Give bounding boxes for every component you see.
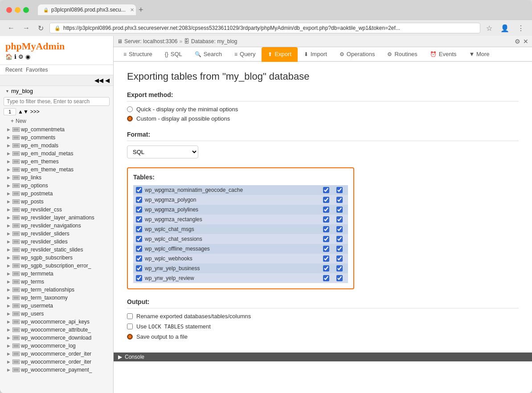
- tab-export[interactable]: ⬆ Export: [262, 47, 298, 62]
- sidebar-table-item[interactable]: ▶ wp_postmeta: [0, 190, 113, 198]
- table-option-cb1[interactable]: [323, 197, 329, 203]
- sidebar-table-item[interactable]: ▶ wp_revslider_sliders: [0, 230, 113, 238]
- tab-routines[interactable]: ⚙ Routines: [381, 47, 423, 62]
- sidebar-table-item[interactable]: ▶ wp_em_theme_metas: [0, 166, 113, 174]
- save-output-radio[interactable]: [127, 334, 133, 340]
- sidebar-table-item[interactable]: ▶ wp_woocommerce_log: [0, 342, 113, 350]
- table-option-cb2[interactable]: [336, 255, 343, 262]
- quick-option[interactable]: Quick - display only the minimal options: [127, 106, 519, 113]
- browser-tab-active[interactable]: 🔒 p3plcpnl0896.prod.phx3.secu... ✕: [38, 4, 136, 15]
- sidebar-table-item[interactable]: ▶ wp_links: [0, 174, 113, 182]
- collapse-icon[interactable]: ✕: [523, 38, 528, 45]
- lock-tables-checkbox[interactable]: [127, 324, 133, 329]
- sidebar-table-item[interactable]: ▶ wp_revslider_css: [0, 206, 113, 214]
- new-table-item[interactable]: + New: [0, 117, 113, 126]
- table-option-cb2[interactable]: [336, 216, 343, 223]
- table-option-cb2[interactable]: [336, 236, 343, 242]
- sidebar-table-item[interactable]: ▶ wp_commentmeta: [0, 126, 113, 134]
- recent-link[interactable]: Recent: [5, 67, 22, 73]
- sidebar-table-item[interactable]: ▶ wp_terms: [0, 278, 113, 286]
- tab-structure[interactable]: ≡ Structure: [117, 47, 159, 62]
- console-bar[interactable]: ▶ Console: [114, 352, 532, 361]
- close-button[interactable]: [6, 7, 12, 13]
- sidebar-table-item[interactable]: ▶ wp_woocommerce_order_iter: [0, 350, 113, 358]
- tab-search[interactable]: 🔍 Search: [188, 47, 228, 62]
- sidebar-table-item[interactable]: ▶ wp_revslider_navigations: [0, 222, 113, 230]
- table-option-cb2[interactable]: [336, 265, 343, 271]
- table-option-cb1[interactable]: [323, 255, 329, 262]
- save-output-option[interactable]: Save output to a file: [127, 333, 519, 340]
- sidebar-table-item[interactable]: ▶ wp_woocommerce_download: [0, 334, 113, 342]
- rename-checkbox[interactable]: [127, 313, 133, 319]
- table-select-checkbox[interactable]: [136, 236, 142, 242]
- table-select-checkbox[interactable]: [136, 187, 142, 193]
- format-select[interactable]: SQL CSV XML: [127, 146, 198, 158]
- table-option-cb2[interactable]: [336, 197, 343, 203]
- sidebar-table-item[interactable]: ▶ wp_term_relationships: [0, 286, 113, 294]
- settings-icon[interactable]: ⚙: [18, 53, 24, 60]
- db-filter-input[interactable]: [4, 97, 110, 106]
- favorites-link[interactable]: Favorites: [26, 67, 48, 73]
- sidebar-table-item[interactable]: ▶ wp_woocommerce_api_keys: [0, 318, 113, 326]
- home-icon[interactable]: 🏠: [5, 53, 12, 60]
- table-option-cb1[interactable]: [323, 275, 329, 281]
- db-item-my-blog[interactable]: ▼ my_blog: [0, 86, 113, 96]
- custom-option[interactable]: Custom - display all possible options: [127, 115, 519, 122]
- table-option-cb1[interactable]: [323, 265, 329, 271]
- theme-icon[interactable]: ◉: [25, 53, 30, 60]
- table-select-checkbox[interactable]: [136, 275, 142, 281]
- new-tab-button[interactable]: +: [139, 5, 143, 15]
- sidebar-table-item[interactable]: ▶ wp_revslider_slides: [0, 238, 113, 246]
- sidebar-table-item[interactable]: ▶ wp_woocommerce_attribute_: [0, 326, 113, 334]
- table-option-cb1[interactable]: [323, 216, 329, 223]
- sidebar-table-item[interactable]: ▶ wp_woocommerce_order_iter: [0, 358, 113, 366]
- sidebar-table-item[interactable]: ▶ wp_termmeta: [0, 270, 113, 278]
- bookmark-button[interactable]: ☆: [484, 23, 495, 33]
- gear-icon[interactable]: ⚙: [515, 38, 520, 45]
- menu-button[interactable]: ⋮: [515, 23, 527, 33]
- pagination-nav[interactable]: ▲▼: [18, 109, 29, 115]
- info-icon[interactable]: ℹ: [14, 53, 16, 60]
- account-button[interactable]: 👤: [498, 23, 512, 33]
- table-option-cb2[interactable]: [336, 226, 343, 232]
- sidebar-table-item[interactable]: ▶ wp_em_modals: [0, 142, 113, 150]
- breadcrumb-db-text[interactable]: Database: my_blog: [191, 38, 237, 45]
- table-option-cb1[interactable]: [323, 226, 329, 232]
- table-select-checkbox[interactable]: [136, 207, 142, 213]
- table-option-cb2[interactable]: [336, 275, 343, 281]
- tab-query[interactable]: ≡ Query: [228, 47, 262, 62]
- table-option-cb1[interactable]: [323, 236, 329, 242]
- custom-radio[interactable]: [127, 116, 133, 122]
- sidebar-table-item[interactable]: ▶ wp_sgpb_subscribers: [0, 254, 113, 262]
- sidebar-table-item[interactable]: ▶ wp_usermeta: [0, 302, 113, 310]
- tab-events[interactable]: ⏰ Events: [424, 47, 463, 62]
- sidebar-table-item[interactable]: ▶ wp_revslider_static_slides: [0, 246, 113, 254]
- table-select-checkbox[interactable]: [136, 226, 142, 232]
- minimize-button[interactable]: [15, 7, 20, 13]
- table-select-checkbox[interactable]: [136, 265, 142, 271]
- address-bar[interactable]: 🔒 https://p3plcpnl0896.prod.phx3.secures…: [49, 23, 480, 33]
- sidebar-table-item[interactable]: ▶ wp_options: [0, 182, 113, 190]
- sidebar-table-item[interactable]: ▶ wp_users: [0, 310, 113, 318]
- page-number-input[interactable]: [4, 108, 16, 115]
- sidebar-table-item[interactable]: ▶ wp_comments: [0, 134, 113, 142]
- sidebar-table-item[interactable]: ▶ wp_term_taxonomy: [0, 294, 113, 302]
- back-button[interactable]: ←: [5, 23, 17, 33]
- tab-operations[interactable]: ⚙ Operations: [333, 47, 381, 62]
- sidebar-table-item[interactable]: ▶ wp_posts: [0, 198, 113, 206]
- quick-radio[interactable]: [127, 106, 133, 112]
- table-option-cb1[interactable]: [323, 207, 329, 213]
- table-option-cb2[interactable]: [336, 187, 343, 193]
- sidebar-collapse-icon[interactable]: ◀◀: [94, 77, 103, 84]
- tab-more[interactable]: ▼ More: [463, 47, 496, 62]
- sidebar-table-item[interactable]: ▶ wp_woocommerce_payment_: [0, 366, 113, 374]
- table-option-cb1[interactable]: [323, 246, 329, 252]
- sidebar-table-item[interactable]: ▶ wp_sgpb_subscription_error_: [0, 262, 113, 270]
- refresh-button[interactable]: ↻: [36, 23, 46, 33]
- table-option-cb2[interactable]: [336, 207, 343, 213]
- rename-option[interactable]: Rename exported databases/tables/columns: [127, 313, 519, 320]
- table-option-cb1[interactable]: [323, 187, 329, 193]
- tab-close-button[interactable]: ✕: [130, 7, 134, 13]
- sidebar-table-item[interactable]: ▶ wp_revslider_layer_animations: [0, 214, 113, 222]
- maximize-button[interactable]: [23, 7, 29, 13]
